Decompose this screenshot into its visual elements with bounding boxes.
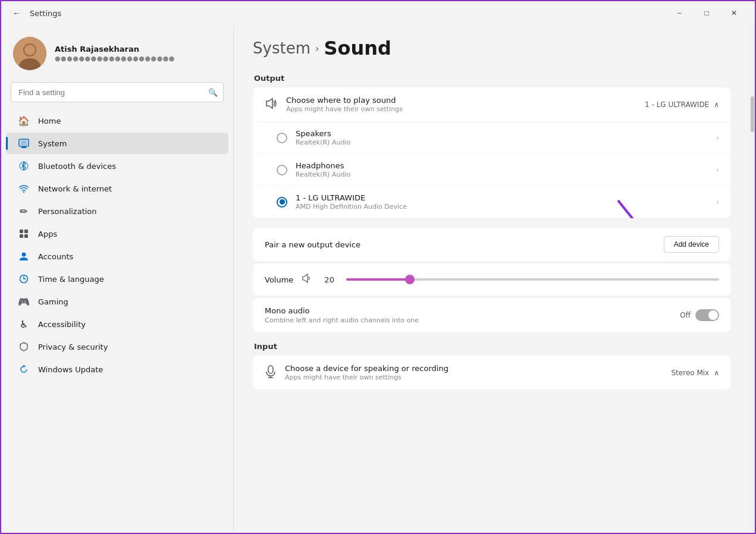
volume-icon xyxy=(302,273,312,286)
speakers-sub: Realtek(R) Audio xyxy=(296,139,350,146)
toggle-thumb xyxy=(708,310,718,320)
lg-ultrawide-info: 1 - LG ULTRAWIDE AMD High Definition Aud… xyxy=(296,193,407,211)
mono-audio-state-label: Off xyxy=(680,311,691,319)
input-device-selected: Stereo Mix ∧ xyxy=(672,369,720,377)
home-icon: 🏠 xyxy=(18,115,30,127)
network-icon xyxy=(18,183,30,194)
radio-selected-indicator xyxy=(280,199,285,205)
sidebar-item-label: Privacy & security xyxy=(38,343,108,351)
personalization-icon: ✏️ xyxy=(18,205,30,217)
volume-fill xyxy=(346,278,410,281)
sidebar-item-home[interactable]: 🏠 Home xyxy=(6,110,228,131)
sidebar-item-bluetooth[interactable]: Bluetooth & devices xyxy=(6,155,228,177)
headphones-name: Headphones xyxy=(296,161,350,170)
headphones-info: Headphones Realtek(R) Audio xyxy=(296,161,350,178)
svg-rect-6 xyxy=(22,146,26,147)
volume-row: Volume 20 xyxy=(253,263,731,296)
accounts-icon xyxy=(18,250,30,262)
privacy-icon xyxy=(18,341,30,353)
user-name: Atish Rajasekharan xyxy=(55,45,175,54)
minimize-button[interactable]: − xyxy=(666,4,693,23)
pair-device-label: Pair a new output device xyxy=(265,240,360,249)
chevron-up-icon: ∧ xyxy=(714,100,719,109)
sidebar-item-personalization[interactable]: ✏️ Personalization xyxy=(6,200,228,222)
sidebar: Atish Rajasekharan ●●●●●●●●●●●●●●●●●●●● … xyxy=(1,25,233,533)
device-speakers[interactable]: Speakers Realtek(R) Audio › xyxy=(253,122,731,154)
svg-rect-12 xyxy=(20,234,23,238)
breadcrumb-parent: System xyxy=(253,39,310,57)
speakers-chevron-icon: › xyxy=(716,134,719,142)
mono-audio-row: Mono audio Combine left and right audio … xyxy=(253,298,731,332)
volume-track xyxy=(346,278,719,281)
scrollbar-thumb[interactable] xyxy=(751,96,754,132)
system-icon xyxy=(18,137,30,149)
apps-icon xyxy=(18,228,30,240)
lg-ultrawide-name: 1 - LG ULTRAWIDE xyxy=(296,193,407,202)
sidebar-item-gaming[interactable]: 🎮 Gaming xyxy=(6,291,228,312)
user-email: ●●●●●●●●●●●●●●●●●●●● xyxy=(55,55,175,62)
sidebar-item-privacy[interactable]: Privacy & security xyxy=(6,336,228,357)
speakers-name: Speakers xyxy=(296,129,350,138)
sidebar-item-label: Accessibility xyxy=(38,320,86,329)
choose-output-device-row[interactable]: Choose where to play sound Apps might ha… xyxy=(253,87,731,122)
search-box: 🔍 xyxy=(11,82,224,102)
pair-device-card: Pair a new output device Add device xyxy=(253,228,731,261)
window-controls: − □ ✕ xyxy=(666,4,748,23)
add-device-button[interactable]: Add device xyxy=(664,236,719,253)
content-area: Atish Rajasekharan ●●●●●●●●●●●●●●●●●●●● … xyxy=(1,25,755,533)
choose-output-title: Choose where to play sound xyxy=(286,96,403,105)
sidebar-item-label: Accounts xyxy=(38,252,73,261)
mono-audio-card: Mono audio Combine left and right audio … xyxy=(253,298,731,332)
headphones-radio[interactable] xyxy=(277,165,287,175)
sidebar-item-apps[interactable]: Apps xyxy=(6,223,228,244)
accessibility-icon: ♿ xyxy=(18,318,30,330)
user-info: Atish Rajasekharan ●●●●●●●●●●●●●●●●●●●● xyxy=(55,45,175,62)
back-button[interactable]: ← xyxy=(8,5,25,21)
sidebar-item-network[interactable]: Network & internet xyxy=(6,178,228,199)
search-input[interactable] xyxy=(11,82,224,102)
mono-audio-title: Mono audio xyxy=(265,306,680,315)
breadcrumb-separator: › xyxy=(315,43,319,54)
choose-device-info: Choose where to play sound Apps might ha… xyxy=(286,96,403,113)
sidebar-item-label: Bluetooth & devices xyxy=(38,162,116,171)
sidebar-item-accounts[interactable]: Accounts xyxy=(6,246,228,267)
svg-rect-7 xyxy=(21,147,27,148)
svg-rect-5 xyxy=(21,140,27,145)
input-device-info: Choose a device for speaking or recordin… xyxy=(285,364,448,381)
choose-output-subtitle: Apps might have their own settings xyxy=(286,105,403,113)
sidebar-item-label: Home xyxy=(38,117,61,125)
volume-slider-container xyxy=(346,278,719,281)
volume-thumb[interactable] xyxy=(405,275,415,284)
device-lg-ultrawide[interactable]: 1 - LG ULTRAWIDE AMD High Definition Aud… xyxy=(253,186,731,218)
sidebar-item-label: Gaming xyxy=(38,297,68,306)
selected-input-label: Stereo Mix xyxy=(672,369,710,377)
svg-rect-11 xyxy=(24,230,28,233)
mono-audio-control: Off xyxy=(680,309,719,321)
svg-rect-19 xyxy=(268,366,273,373)
sidebar-item-label: Personalization xyxy=(38,207,97,216)
mono-audio-toggle[interactable] xyxy=(695,309,719,321)
close-button[interactable]: ✕ xyxy=(720,4,748,23)
svg-rect-13 xyxy=(24,234,28,238)
lg-ultrawide-sub: AMD High Definition Audio Device xyxy=(296,203,407,211)
device-headphones[interactable]: Headphones Realtek(R) Audio › xyxy=(253,154,731,186)
choose-input-device-row[interactable]: Choose a device for speaking or recordin… xyxy=(253,356,731,389)
microphone-icon xyxy=(265,365,277,381)
mono-audio-info: Mono audio Combine left and right audio … xyxy=(265,306,680,324)
svg-marker-18 xyxy=(303,274,308,282)
time-icon xyxy=(18,273,30,285)
svg-marker-16 xyxy=(266,99,272,108)
sidebar-item-time[interactable]: Time & language xyxy=(6,268,228,290)
choose-input-title: Choose a device for speaking or recordin… xyxy=(285,364,448,373)
input-chevron-up-icon: ∧ xyxy=(714,369,719,377)
sidebar-item-update[interactable]: Windows Update xyxy=(6,359,228,380)
gaming-icon: 🎮 xyxy=(18,296,30,307)
sidebar-item-system[interactable]: System xyxy=(6,133,228,154)
input-device-card: Choose a device for speaking or recordin… xyxy=(253,356,731,389)
settings-window: ← Settings − □ ✕ xyxy=(1,1,755,533)
sidebar-item-accessibility[interactable]: ♿ Accessibility xyxy=(6,313,228,335)
breadcrumb-current: Sound xyxy=(324,37,391,59)
lg-ultrawide-radio[interactable] xyxy=(277,197,287,208)
maximize-button[interactable]: □ xyxy=(693,4,720,23)
speakers-radio[interactable] xyxy=(277,133,287,143)
